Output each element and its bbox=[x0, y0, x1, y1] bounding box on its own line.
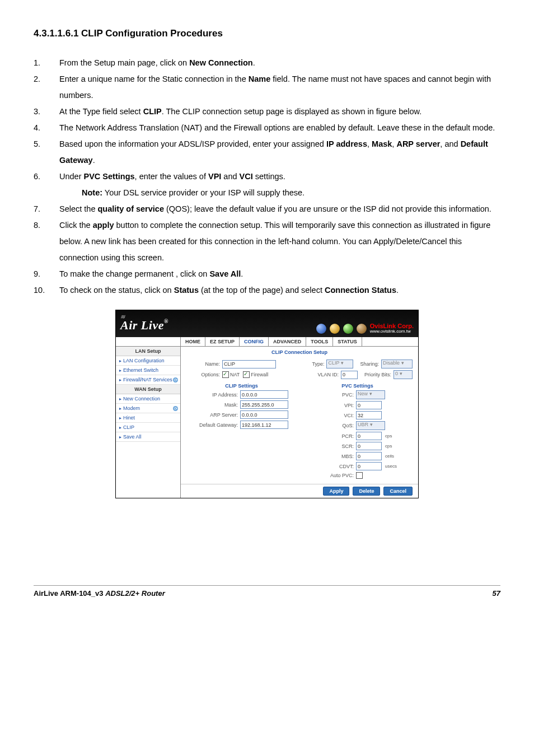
sidebar-item[interactable]: ▸Save All bbox=[116, 432, 180, 442]
procedure-step: 6.Under PVC Settings, enter the values o… bbox=[34, 169, 500, 201]
cancel-button[interactable]: Cancel bbox=[383, 487, 413, 496]
globe-icon bbox=[330, 324, 340, 334]
nat-cb-label: NAT bbox=[229, 372, 243, 377]
autopvc-checkbox[interactable] bbox=[356, 472, 363, 479]
procedure-list: 1.From the Setup main page, click on New… bbox=[34, 55, 500, 298]
procedure-step: 10.To check on the status, click on Stat… bbox=[34, 282, 500, 298]
cdvt-label: CDVT: bbox=[302, 464, 356, 469]
qos-select[interactable]: UBR ▾ bbox=[356, 421, 385, 430]
pvc-select[interactable]: New ▾ bbox=[356, 390, 385, 399]
sidebar-item[interactable]: ▸New Connection bbox=[116, 394, 180, 404]
pcr-unit: cps bbox=[383, 433, 392, 438]
brand-logo: ≋ Air Live® bbox=[120, 314, 168, 336]
gateway-input[interactable] bbox=[240, 421, 288, 429]
sidebar-item[interactable]: ▸Hinet bbox=[116, 413, 180, 423]
page-footer: AirLive ARM-104_v3 ADSL2/2+ Router 57 bbox=[0, 586, 534, 614]
sidebar-wan-header: WAN Setup bbox=[116, 385, 180, 394]
mask-input[interactable] bbox=[240, 400, 288, 409]
section-heading: 4.3.1.1.6.1 CLIP Configuration Procedure… bbox=[34, 28, 500, 39]
mbs-input[interactable] bbox=[356, 452, 382, 460]
firewall-cb-label: Firewall bbox=[250, 372, 271, 377]
mask-label: Mask: bbox=[186, 402, 240, 408]
type-label: Type: bbox=[312, 361, 326, 367]
cdvt-input[interactable] bbox=[356, 462, 382, 470]
main-panel: CLIP Connection Setup Name: Type: CLIP ▾… bbox=[181, 347, 418, 498]
gateway-label: Default Gateway: bbox=[186, 422, 240, 428]
tab-home[interactable]: HOME bbox=[181, 337, 205, 346]
page-number: 57 bbox=[493, 589, 500, 598]
procedure-step: 8.Click the apply button to complete the… bbox=[34, 217, 500, 266]
sharing-label: Sharing: bbox=[353, 361, 381, 367]
sidebar-lan-header: LAN Setup bbox=[116, 347, 180, 356]
vci-label: VCI: bbox=[302, 413, 356, 418]
tab-ez-setup[interactable]: EZ SETUP bbox=[205, 337, 240, 346]
ip-input[interactable] bbox=[240, 390, 288, 399]
firewall-checkbox[interactable] bbox=[243, 371, 250, 378]
sidebar-item[interactable]: ▸Ethernet Switch bbox=[116, 366, 180, 375]
globe-icon bbox=[357, 324, 367, 334]
vpi-label: VPI: bbox=[302, 403, 356, 408]
tab-status[interactable]: STATUS bbox=[333, 337, 362, 346]
procedure-step: 3.At the Type field select CLIP. The CLI… bbox=[34, 104, 500, 120]
type-select[interactable]: CLIP ▾ bbox=[326, 360, 353, 368]
mbs-label: MBS: bbox=[302, 454, 356, 459]
sidebar-item[interactable]: ▸Firewall/NAT Services⟳ bbox=[116, 375, 180, 385]
globe-icon bbox=[316, 324, 326, 334]
arp-input[interactable] bbox=[240, 410, 288, 419]
name-input[interactable] bbox=[222, 360, 276, 368]
sidebar-item[interactable]: ▸Modem⟳ bbox=[116, 404, 180, 413]
pvc-settings-title: PVC Settings bbox=[302, 383, 413, 389]
vlan-label: VLAN ID: bbox=[317, 372, 341, 377]
globe-icon bbox=[343, 324, 353, 334]
pcr-input[interactable] bbox=[356, 432, 382, 440]
procedure-step: 5.Based upon the information your ADSL/I… bbox=[34, 136, 500, 169]
options-label: Options: bbox=[186, 372, 222, 377]
procedure-step: 7.Select the quality of service (QOS); l… bbox=[34, 201, 500, 217]
qos-label: QoS: bbox=[302, 423, 356, 428]
delete-button[interactable]: Delete bbox=[353, 487, 380, 496]
procedure-step: 4.The Network Address Translation (NAT) … bbox=[34, 120, 500, 136]
vpi-input[interactable] bbox=[356, 401, 382, 409]
tab-tools[interactable]: TOOLS bbox=[306, 337, 333, 346]
tab-advanced[interactable]: ADVANCED bbox=[269, 337, 306, 346]
sidebar-item[interactable]: ▸LAN Configuration bbox=[116, 356, 180, 366]
sharing-select[interactable]: Disable ▾ bbox=[381, 360, 413, 368]
cdvt-unit: usecs bbox=[383, 464, 397, 469]
top-tabs: HOMEEZ SETUPCONFIGADVANCEDTOOLSSTATUS bbox=[116, 337, 418, 347]
scr-unit: cps bbox=[383, 444, 392, 449]
vlan-input[interactable] bbox=[341, 371, 358, 379]
procedure-step: 9.To make the change permanent , click o… bbox=[34, 266, 500, 282]
priority-label: Priority Bits: bbox=[358, 372, 394, 377]
arp-label: ARP Server: bbox=[186, 412, 240, 418]
priority-select[interactable]: 0 ▾ bbox=[394, 370, 413, 379]
pvc-label: PVC: bbox=[302, 392, 356, 398]
pcr-label: PCR: bbox=[302, 433, 356, 439]
router-ui-screenshot: ≋ Air Live® OvisLink Corp. www.ovislink.… bbox=[115, 310, 419, 498]
scr-input[interactable] bbox=[356, 442, 382, 450]
mbs-unit: cells bbox=[383, 454, 394, 459]
vci-input[interactable] bbox=[356, 411, 382, 419]
autopvc-label: Auto PVC: bbox=[302, 473, 356, 478]
tab-config[interactable]: CONFIG bbox=[240, 337, 269, 346]
procedure-step: 1.From the Setup main page, click on New… bbox=[34, 55, 500, 71]
apply-button[interactable]: Apply bbox=[323, 487, 349, 496]
vendor-label: OvisLink Corp. www.ovislink.com.tw bbox=[370, 323, 414, 334]
procedure-step: 2.Enter a unique name for the Static con… bbox=[34, 71, 500, 104]
nat-checkbox[interactable] bbox=[222, 371, 229, 378]
main-panel-title: CLIP Connection Setup bbox=[181, 347, 418, 358]
refresh-icon: ⟳ bbox=[173, 406, 178, 411]
refresh-icon: ⟳ bbox=[173, 377, 178, 382]
banner: ≋ Air Live® OvisLink Corp. www.ovislink.… bbox=[116, 310, 418, 337]
ip-label: IP Address: bbox=[186, 392, 240, 398]
sidebar-item[interactable]: ▸CLIP bbox=[116, 423, 180, 432]
name-label: Name: bbox=[186, 361, 222, 367]
scr-label: SCR: bbox=[302, 444, 356, 449]
clip-settings-title: CLIP Settings bbox=[186, 383, 297, 389]
sidebar: LAN Setup ▸LAN Configuration▸Ethernet Sw… bbox=[116, 347, 181, 498]
